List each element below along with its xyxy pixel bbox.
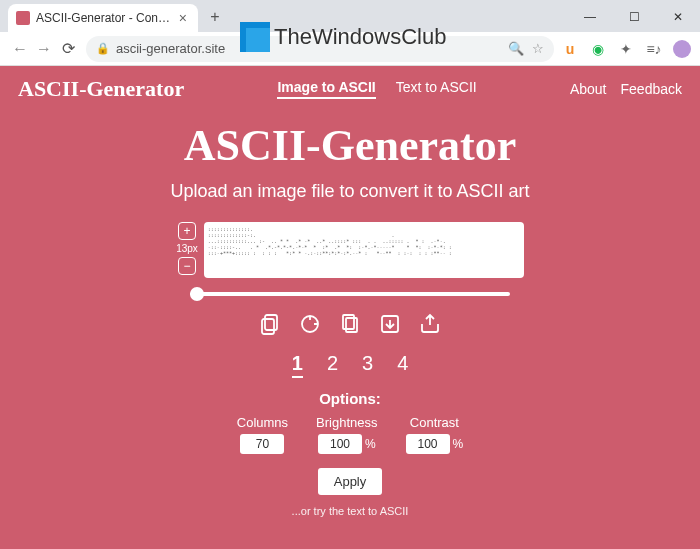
page-2[interactable]: 2 [327,352,338,378]
columns-label: Columns [237,415,288,430]
nav-about[interactable]: About [570,81,607,97]
hero-title: ASCII-Generator [18,120,682,171]
slider-thumb[interactable] [190,287,204,301]
contrast-input[interactable] [406,434,450,454]
footnote-link[interactable]: ...or try the text to ASCII [18,505,682,517]
star-icon[interactable]: ☆ [532,41,544,56]
refresh-icon[interactable] [298,312,322,336]
window-close-button[interactable]: ✕ [656,2,700,32]
brightness-input[interactable] [318,434,362,454]
extension-green-icon[interactable]: ◉ [588,39,608,59]
lock-icon: 🔒 [96,42,110,55]
watermark: TheWindowsClub [240,22,446,52]
zoom-in-button[interactable]: + [178,222,196,240]
search-icon[interactable]: 🔍 [508,41,524,56]
pager: 1 2 3 4 [18,352,682,378]
nav-feedback[interactable]: Feedback [621,81,682,97]
tab-favicon [16,11,30,25]
new-tab-button[interactable]: + [204,6,226,28]
preview-slider[interactable] [190,292,510,296]
window-minimize-button[interactable]: — [568,2,612,32]
window-maximize-button[interactable]: ☐ [612,2,656,32]
share-icon[interactable] [418,312,442,336]
zoom-level: 13px [176,243,198,254]
top-nav: ASCII-Generator Image to ASCII Text to A… [18,66,682,112]
hero-subtitle: Upload an image file to convert it to AS… [18,181,682,202]
svg-rect-1 [262,319,274,334]
copy-icon[interactable] [258,312,282,336]
page-4[interactable]: 4 [397,352,408,378]
document-icon[interactable] [338,312,362,336]
brightness-pct: % [365,437,376,451]
contrast-pct: % [453,437,464,451]
browser-tab[interactable]: ASCII-Generator - Convert image... × [8,4,198,32]
zoom-controls: + 13px − [176,222,198,275]
contrast-label: Contrast [406,415,464,430]
page-3[interactable]: 3 [362,352,373,378]
brand-logo[interactable]: ASCII-Generator [18,76,184,102]
options-row: Columns Brightness % Contrast % [18,415,682,454]
page-1[interactable]: 1 [292,352,303,378]
svg-rect-0 [265,315,277,330]
download-icon[interactable] [378,312,402,336]
extension-list-icon[interactable]: ≡♪ [644,39,664,59]
extensions-icon[interactable]: ✦ [616,39,636,59]
nav-image-to-ascii[interactable]: Image to ASCII [277,79,375,99]
options-heading: Options: [18,390,682,407]
forward-button[interactable]: → [32,40,56,58]
nav-text-to-ascii[interactable]: Text to ASCII [396,79,477,99]
watermark-logo-icon [240,22,270,52]
apply-button[interactable]: Apply [318,468,383,495]
hero: ASCII-Generator Upload an image file to … [18,120,682,202]
back-button[interactable]: ← [8,40,32,58]
reload-button[interactable]: ⟳ [56,39,80,58]
watermark-text: TheWindowsClub [274,24,446,50]
page-content: ASCII-Generator Image to ASCII Text to A… [0,66,700,549]
extension-u-icon[interactable]: u [560,39,580,59]
tab-title: ASCII-Generator - Convert image... [36,11,176,25]
profile-avatar[interactable] [672,39,692,59]
brightness-label: Brightness [316,415,377,430]
zoom-out-button[interactable]: − [178,257,196,275]
columns-input[interactable] [240,434,284,454]
action-icons [18,312,682,336]
ascii-preview: ::::::::::::::. :::::::::::::-:. . ...::… [204,222,524,278]
tab-close-icon[interactable]: × [176,10,190,26]
